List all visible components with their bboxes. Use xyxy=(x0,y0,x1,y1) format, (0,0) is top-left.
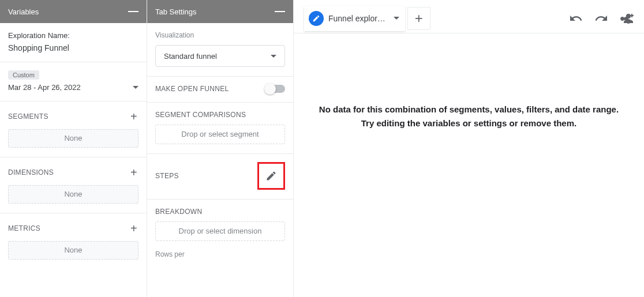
tab-label: Funnel explor… xyxy=(328,14,385,23)
dimensions-label: DIMENSIONS xyxy=(8,168,54,176)
no-data-line1: No data for this combination of segments… xyxy=(319,103,619,116)
share-icon[interactable] xyxy=(620,12,634,25)
date-range-text: Mar 28 - Apr 26, 2022 xyxy=(8,83,81,92)
undo-icon[interactable] xyxy=(569,12,583,25)
pencil-icon xyxy=(265,170,277,182)
breakdown-section: BREAKDOWN Drop or select dimension xyxy=(147,200,293,241)
steps-section: STEPS xyxy=(147,154,293,200)
variables-header: Variables xyxy=(0,0,147,23)
date-custom-badge: Custom xyxy=(8,70,39,80)
add-dimension-button[interactable]: + xyxy=(129,166,138,179)
segment-comparisons-label: SEGMENT COMPARISONS xyxy=(155,111,285,119)
add-tab-button[interactable]: + xyxy=(407,7,430,30)
segments-section: SEGMENTS + None xyxy=(0,101,147,157)
exploration-name-value[interactable]: Shopping Funnel xyxy=(8,43,138,52)
chevron-down-icon[interactable] xyxy=(394,17,399,20)
add-segment-button[interactable]: + xyxy=(129,110,138,123)
metrics-label: METRICS xyxy=(8,224,40,232)
svg-point-0 xyxy=(626,14,631,18)
variables-title: Variables xyxy=(8,7,39,16)
date-range-section[interactable]: Custom Mar 28 - Apr 26, 2022 xyxy=(0,62,147,101)
canvas-body: No data for this combination of segments… xyxy=(294,33,644,297)
segment-comparison-dropzone[interactable]: Drop or select segment xyxy=(155,125,285,144)
edit-steps-button[interactable] xyxy=(257,162,285,190)
rows-per-label: Rows per xyxy=(147,241,293,258)
chevron-down-icon xyxy=(271,55,276,58)
open-funnel-label: MAKE OPEN FUNNEL xyxy=(155,85,229,93)
steps-label: STEPS xyxy=(155,172,179,180)
visualization-select[interactable]: Standard funnel xyxy=(155,45,285,67)
add-metric-button[interactable]: + xyxy=(129,221,138,235)
variables-panel: Variables Exploration Name: Shopping Fun… xyxy=(0,0,147,297)
breakdown-dropzone[interactable]: Drop or select dimension xyxy=(155,221,285,241)
open-funnel-section: MAKE OPEN FUNNEL xyxy=(147,77,293,103)
visualization-value: Standard funnel xyxy=(164,52,217,61)
breakdown-label: BREAKDOWN xyxy=(155,208,285,216)
segment-comparisons-section: SEGMENT COMPARISONS Drop or select segme… xyxy=(147,103,293,154)
exploration-name-label: Exploration Name: xyxy=(8,31,138,40)
pencil-icon xyxy=(312,14,320,22)
canvas-actions xyxy=(569,12,634,25)
dimensions-section: DIMENSIONS + None xyxy=(0,157,147,213)
visualization-label: Visualization xyxy=(155,31,285,39)
no-data-message: No data for this combination of segments… xyxy=(319,103,619,130)
tab-icon xyxy=(309,11,324,26)
segments-label: SEGMENTS xyxy=(8,112,48,121)
open-funnel-toggle[interactable] xyxy=(265,85,285,93)
segments-empty[interactable]: None xyxy=(8,129,138,148)
toggle-knob xyxy=(264,83,276,95)
metrics-empty[interactable]: None xyxy=(8,241,138,260)
canvas-panel: Funnel explor… + No data for this combin… xyxy=(294,0,644,297)
tab-settings-panel: Tab Settings Visualization Standard funn… xyxy=(147,0,294,297)
no-data-line2: Try editing the variables or settings or… xyxy=(319,116,619,130)
exploration-name-section: Exploration Name: Shopping Funnel xyxy=(0,23,147,62)
dimensions-empty[interactable]: None xyxy=(8,185,138,204)
redo-icon[interactable] xyxy=(594,12,608,25)
tab-settings-title: Tab Settings xyxy=(155,7,197,16)
chevron-down-icon[interactable] xyxy=(133,86,138,89)
metrics-section: METRICS + None xyxy=(0,213,147,269)
collapse-icon[interactable] xyxy=(275,11,285,12)
collapse-icon[interactable] xyxy=(128,11,138,12)
tab-settings-header: Tab Settings xyxy=(147,0,293,23)
canvas-tab-bar: Funnel explor… + xyxy=(294,0,644,33)
visualization-section: Visualization Standard funnel xyxy=(147,23,293,77)
exploration-tab[interactable]: Funnel explor… xyxy=(304,6,405,31)
